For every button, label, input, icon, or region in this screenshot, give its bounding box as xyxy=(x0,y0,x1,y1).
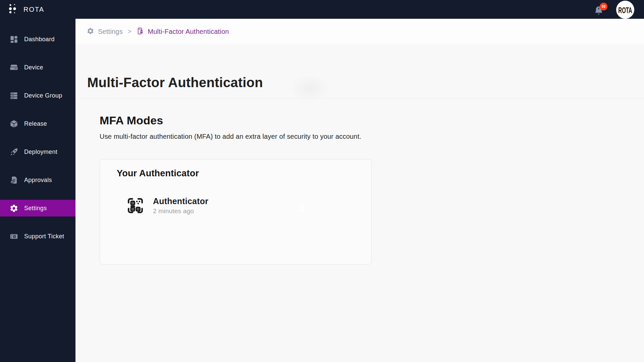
breadcrumb-label: Multi-Factor Authentication xyxy=(148,28,229,36)
authenticator-last-used: 2 minutes ago xyxy=(153,207,208,215)
mfa-modes-section: MFA Modes Use multi-factor authenticatio… xyxy=(75,114,644,264)
sidebar-item-release[interactable]: Release xyxy=(0,115,75,132)
notification-count-badge: 03 xyxy=(600,3,607,10)
sidebar-item-label: Release xyxy=(24,120,47,127)
sidebar-item-label: Device Group xyxy=(24,92,62,99)
release-cube-icon xyxy=(9,119,18,128)
device-group-icon xyxy=(9,91,18,100)
authenticator-row[interactable]: Authenticator 2 minutes ago xyxy=(126,196,208,215)
rota-dots-logo-icon xyxy=(7,2,18,17)
authenticator-name: Authenticator xyxy=(153,196,208,206)
avatar-text: ROTA xyxy=(618,5,632,14)
header-divider xyxy=(75,98,644,99)
delete-authenticator-button[interactable] xyxy=(297,202,307,214)
dashboard-icon xyxy=(9,35,18,44)
sidebar-item-device[interactable]: Device xyxy=(0,59,75,76)
avatar[interactable]: ROTA xyxy=(616,1,634,19)
device-icon xyxy=(9,63,18,72)
sidebar-item-label: Support Ticket xyxy=(24,233,64,240)
brand-name: ROTA xyxy=(23,6,44,13)
content-area: Settings > Multi-Factor Authentication M… xyxy=(75,19,644,362)
breadcrumb-mfa[interactable]: Multi-Factor Authentication xyxy=(136,27,229,36)
breadcrumb-settings[interactable]: Settings xyxy=(87,27,123,36)
section-description: Use multi-factor authentication (MFA) to… xyxy=(100,133,644,140)
mfa-phone-lock-icon xyxy=(136,27,144,36)
sidebar-item-label: Device xyxy=(24,64,43,71)
blurred-blob xyxy=(290,75,330,102)
gear-icon xyxy=(9,204,18,213)
sidebar-item-dashboard[interactable]: Dashboard xyxy=(0,31,75,48)
support-ticket-icon xyxy=(9,232,18,241)
breadcrumb-bar: Settings > Multi-Factor Authentication xyxy=(75,19,644,44)
notifications-button[interactable]: 03 xyxy=(593,3,605,15)
sidebar-item-device-group[interactable]: Device Group xyxy=(0,87,75,104)
topbar: ROTA 03 ROTA xyxy=(0,0,644,19)
sidebar-item-support-ticket[interactable]: Support Ticket xyxy=(0,228,75,245)
page-title: Multi-Factor Authentication xyxy=(75,44,644,90)
sidebar-item-label: Approvals xyxy=(24,177,52,184)
topbar-actions: 03 ROTA xyxy=(593,0,644,19)
trash-icon xyxy=(297,202,307,214)
approvals-doc-check-icon xyxy=(9,176,18,185)
card-title: Your Authenticator xyxy=(117,168,199,179)
sidebar-item-settings[interactable]: Settings xyxy=(0,200,75,217)
rocket-icon xyxy=(9,147,18,157)
breadcrumb-separator: > xyxy=(128,28,131,35)
your-authenticator-card: Your Authenticator xyxy=(100,159,372,264)
sidebar: Dashboard Device Device Group Release xyxy=(0,0,75,362)
sidebar-item-label: Settings xyxy=(24,205,47,212)
sidebar-item-deployment[interactable]: Deployment xyxy=(0,143,75,160)
breadcrumb-label: Settings xyxy=(98,28,123,36)
qr-code-icon xyxy=(126,196,145,215)
sidebar-item-label: Deployment xyxy=(24,148,57,156)
section-heading: MFA Modes xyxy=(100,114,644,127)
sidebar-item-approvals[interactable]: Approvals xyxy=(0,172,75,188)
main-panel: Multi-Factor Authentication MFA Modes Us… xyxy=(75,44,644,362)
sidebar-item-label: Dashboard xyxy=(24,36,55,43)
brand[interactable]: ROTA xyxy=(0,2,44,17)
app-window: Dashboard Device Device Group Release xyxy=(0,0,644,362)
authenticator-texts: Authenticator 2 minutes ago xyxy=(153,196,208,215)
sidebar-nav: Dashboard Device Device Group Release xyxy=(0,31,75,256)
